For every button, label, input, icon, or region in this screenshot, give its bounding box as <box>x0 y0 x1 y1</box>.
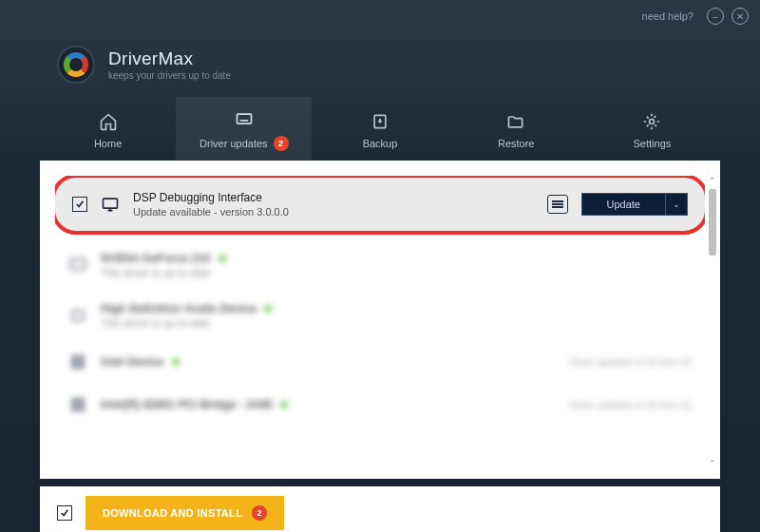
brand-text: DriverMax keeps your drivers up to date <box>108 48 231 81</box>
svg-rect-3 <box>104 199 118 208</box>
select-all-checkbox[interactable] <box>57 505 72 521</box>
driver-row: Intel(R) 82801 PCI Bridge - 244E Driver … <box>55 384 705 427</box>
device-audio-icon <box>68 306 87 325</box>
backup-icon <box>370 112 390 131</box>
device-windows-icon <box>68 352 87 371</box>
updates-badge: 2 <box>274 136 289 151</box>
minimize-button[interactable]: – <box>707 8 724 25</box>
scrollbar[interactable]: ⌃ ⌄ <box>708 176 717 464</box>
checkbox-checked[interactable] <box>72 197 87 212</box>
device-windows-icon <box>68 395 87 414</box>
driver-row: Intel Device Driver updated on 03-Nov-16 <box>55 341 705 384</box>
app-logo-icon <box>57 46 95 84</box>
tab-home[interactable]: Home <box>40 97 176 161</box>
app-tagline: keeps your drivers up to date <box>108 70 231 81</box>
tab-backup-label: Backup <box>363 138 398 149</box>
driver-status: Update available - version 3.0.0.0 <box>133 206 534 218</box>
app-header: DriverMax keeps your drivers up to date <box>0 32 760 97</box>
svg-rect-9 <box>79 363 85 369</box>
tab-settings[interactable]: Settings <box>584 97 720 161</box>
tab-settings-label: Settings <box>634 138 672 149</box>
titlebar: need help? – ✕ <box>0 0 760 32</box>
tab-backup[interactable]: Backup <box>312 97 447 161</box>
driver-row: High Definition Audio Device This driver… <box>55 291 705 341</box>
svg-rect-11 <box>79 398 85 404</box>
tab-updates-label: Driver updates 2 <box>200 136 289 151</box>
svg-rect-8 <box>71 363 77 369</box>
tab-home-label: Home <box>94 138 122 149</box>
home-icon <box>99 112 118 131</box>
scroll-thumb[interactable] <box>709 189 716 256</box>
gear-icon <box>642 112 661 131</box>
device-monitor-icon <box>68 256 87 275</box>
folder-icon <box>506 112 525 131</box>
svg-rect-12 <box>71 406 77 411</box>
download-badge: 2 <box>252 505 267 521</box>
device-monitor-icon <box>101 195 120 214</box>
scroll-up-icon[interactable]: ⌃ <box>708 176 717 185</box>
driver-list-panel: DSP Debugging Interface Update available… <box>40 161 720 479</box>
svg-rect-13 <box>79 406 85 411</box>
close-button[interactable]: ✕ <box>732 8 749 25</box>
svg-point-2 <box>650 120 655 124</box>
svg-rect-0 <box>237 114 251 124</box>
tab-restore-label: Restore <box>498 138 535 149</box>
details-icon[interactable] <box>547 195 568 214</box>
monitor-icon <box>235 110 254 129</box>
svg-rect-10 <box>71 398 77 404</box>
svg-rect-7 <box>79 355 85 361</box>
driver-name: DSP Debugging Interface <box>133 191 534 204</box>
tab-driver-updates[interactable]: Driver updates 2 <box>176 97 312 161</box>
driver-row: NVIDIA GeForce 210 This driver is up-to-… <box>55 240 705 291</box>
svg-rect-4 <box>71 259 86 269</box>
svg-rect-5 <box>72 311 84 320</box>
svg-rect-6 <box>71 355 77 361</box>
footer-bar: DOWNLOAD AND INSTALL 2 <box>40 486 720 532</box>
chevron-down-icon[interactable]: ⌄ <box>666 200 687 209</box>
driver-row-highlighted: DSP Debugging Interface Update available… <box>55 176 705 235</box>
app-title: DriverMax <box>108 48 231 69</box>
update-button[interactable]: Update ⌄ <box>581 193 688 216</box>
download-install-button[interactable]: DOWNLOAD AND INSTALL 2 <box>86 496 284 530</box>
tab-restore[interactable]: Restore <box>448 97 584 161</box>
help-link[interactable]: need help? <box>642 10 694 22</box>
driver-row-text: DSP Debugging Interface Update available… <box>133 191 534 218</box>
main-tabs: Home Driver updates 2 Backup Restore Set… <box>0 97 760 161</box>
scroll-down-icon[interactable]: ⌄ <box>708 454 717 464</box>
